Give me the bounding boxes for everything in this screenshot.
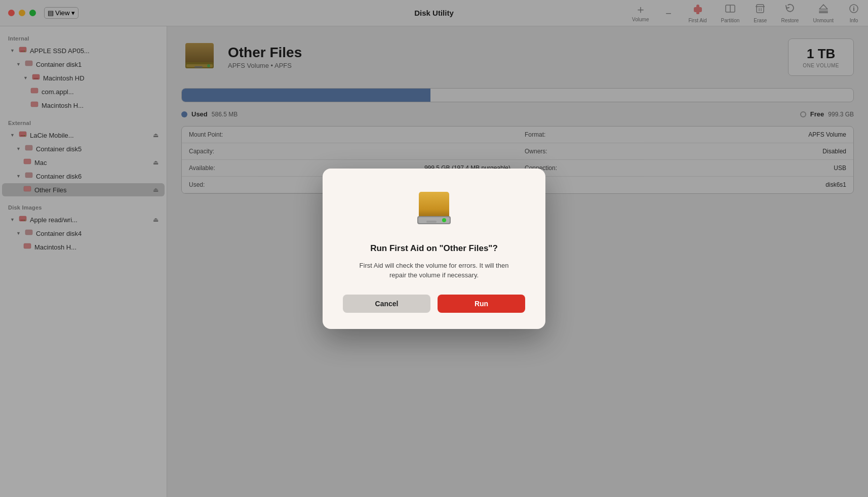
cancel-button[interactable]: Cancel xyxy=(343,295,430,313)
modal-overlay: Run First Aid on "Other Files"? First Ai… xyxy=(0,0,868,497)
modal-buttons: Cancel Run xyxy=(343,295,525,313)
svg-point-40 xyxy=(442,218,446,222)
modal-dialog: Run First Aid on "Other Files"? First Ai… xyxy=(323,169,545,329)
modal-body: First Aid will check the volume for erro… xyxy=(353,261,515,280)
modal-title: Run First Aid on "Other Files"? xyxy=(370,243,498,254)
modal-drive-icon xyxy=(411,187,457,234)
run-button[interactable]: Run xyxy=(438,295,525,313)
svg-rect-41 xyxy=(426,221,437,223)
